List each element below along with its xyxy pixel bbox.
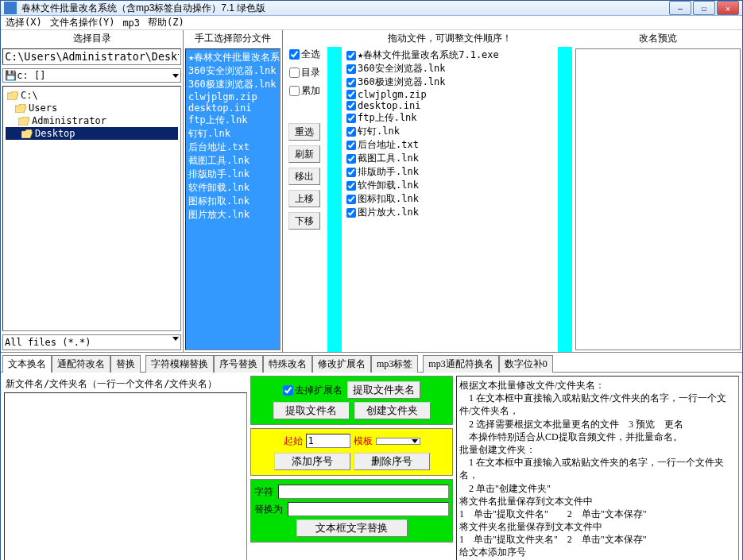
menu-filename[interactable]: 文件名操作(Y) xyxy=(50,16,115,29)
dir-header: 选择目录 xyxy=(1,30,183,47)
file-list-item[interactable]: 360安全浏览器.lnk xyxy=(188,64,278,78)
reselect-button[interactable]: 重选 xyxy=(288,123,320,141)
chevron-down-icon xyxy=(412,439,418,443)
move-up-button[interactable]: 上移 xyxy=(288,190,320,207)
drag-list-item[interactable]: 360安全浏览器.lnk xyxy=(346,62,553,75)
drag-list-item[interactable]: 钉钉.lnk xyxy=(346,125,553,138)
drag-list-item[interactable]: clwjplgm.zip xyxy=(346,89,553,100)
menu-mp3[interactable]: mp3 xyxy=(122,17,140,29)
folder-tree[interactable]: C:\ Users Administrator Desktop xyxy=(2,86,181,331)
chk-strip-ext[interactable]: 去掉扩展名 xyxy=(283,384,342,397)
file-list-item[interactable]: 图片放大.lnk xyxy=(188,208,278,222)
drag-item-checkbox[interactable] xyxy=(346,51,356,60)
chk-select-all[interactable]: 全选 xyxy=(289,48,320,61)
file-list-item[interactable]: ★春林文件批量改名系 xyxy=(188,51,278,64)
extract-file-button[interactable]: 提取文件名 xyxy=(273,402,350,419)
tab-replace[interactable]: 替换 xyxy=(110,355,141,373)
drag-item-checkbox[interactable] xyxy=(346,208,356,218)
tab-mp3[interactable]: mp3标签 xyxy=(371,355,418,373)
menu-select[interactable]: 选择(X) xyxy=(6,16,42,29)
file-list-item[interactable]: 360极速浏览器.lnk xyxy=(188,78,278,91)
tab-special[interactable]: 特殊改名 xyxy=(263,355,312,373)
drag-item-checkbox[interactable] xyxy=(346,78,356,87)
tab-text-rename[interactable]: 文本换名 xyxy=(2,355,52,373)
file-list-item[interactable]: 钉钉.lnk xyxy=(188,127,278,141)
template-label: 模板 xyxy=(354,434,373,448)
green-box-bottom: 字符 替换为 文本框文字替换 xyxy=(250,479,453,543)
create-folder-button[interactable]: 创建文件夹 xyxy=(354,402,431,419)
file-list-item[interactable]: 图标扣取.lnk xyxy=(188,195,278,208)
file-list-item[interactable]: desktop.ini xyxy=(188,102,278,114)
drag-list-item[interactable]: 360极速浏览器.lnk xyxy=(346,75,553,89)
start-spin[interactable]: 1 xyxy=(306,434,350,448)
move-out-button[interactable]: 移出 xyxy=(288,168,320,185)
tab-bar: 文本换名 通配符改名 替换 字符模糊替换 序号替换 特殊改名 修改扩展名 mp3… xyxy=(1,353,742,373)
tree-users[interactable]: Users xyxy=(6,102,178,114)
tab-digit-pad[interactable]: 数字位补0 xyxy=(499,355,553,373)
file-list-item[interactable]: clwjplgm.zip xyxy=(188,91,278,102)
drag-list-item[interactable]: 图片放大.lnk xyxy=(346,206,553,219)
drive-icon: 💾 xyxy=(5,70,17,81)
move-down-button[interactable]: 下移 xyxy=(288,212,320,230)
file-list-item[interactable]: 软件卸载.lnk xyxy=(188,181,278,195)
drag-list[interactable]: ★春林文件批量改名系统7.1.exe360安全浏览器.lnk360极速浏览器.l… xyxy=(345,47,555,352)
drag-list-item[interactable]: 软件卸载.lnk xyxy=(346,179,553,192)
app-icon xyxy=(4,2,17,14)
new-names-textarea[interactable] xyxy=(4,392,247,560)
file-list-item[interactable]: 截图工具.lnk xyxy=(188,154,278,168)
replace-input[interactable] xyxy=(288,502,449,516)
preview-area xyxy=(575,48,741,350)
drag-item-checkbox[interactable] xyxy=(346,114,356,123)
maximize-button[interactable]: ☐ xyxy=(693,1,715,15)
drag-item-checkbox[interactable] xyxy=(346,101,356,110)
file-list-item[interactable]: ftp上传.lnk xyxy=(188,114,278,127)
drag-item-checkbox[interactable] xyxy=(346,127,356,137)
cyan-bar-left xyxy=(327,47,342,352)
chk-dir[interactable]: 目录 xyxy=(289,66,320,79)
tab-fuzzy[interactable]: 字符模糊替换 xyxy=(145,355,214,373)
drag-list-item[interactable]: 截图工具.lnk xyxy=(346,152,553,165)
tree-desktop[interactable]: Desktop xyxy=(6,127,178,140)
refresh-button[interactable]: 刷新 xyxy=(288,145,320,163)
tab-seq[interactable]: 序号替换 xyxy=(214,355,263,373)
file-list[interactable]: ★春林文件批量改名系360安全浏览器.lnk360极速浏览器.lnkclwjpl… xyxy=(185,48,281,350)
folder-open-icon xyxy=(18,117,29,126)
drag-list-item[interactable]: ftp上传.lnk xyxy=(346,111,553,125)
drag-item-checkbox[interactable] xyxy=(346,64,356,74)
drag-list-item[interactable]: desktop.ini xyxy=(346,100,553,111)
add-seq-button[interactable]: 添加序号 xyxy=(274,453,350,470)
menubar: 选择(X) 文件名操作(Y) mp3 帮助(Z) xyxy=(1,16,742,30)
filter-combo[interactable]: All files (*.*) xyxy=(2,334,181,350)
tab-wildcard[interactable]: 通配符改名 xyxy=(52,355,110,373)
close-button[interactable]: ✕ xyxy=(717,1,739,15)
drag-item-checkbox[interactable] xyxy=(346,141,356,150)
drag-list-item[interactable]: ★春林文件批量改名系统7.1.exe xyxy=(346,48,553,62)
chk-accumulate[interactable]: 累加 xyxy=(289,84,320,98)
drag-item-checkbox[interactable] xyxy=(346,154,356,164)
drive-combo[interactable]: 💾 c: [] xyxy=(2,68,180,83)
menu-help[interactable]: 帮助(Z) xyxy=(148,16,184,29)
extract-folder-button[interactable]: 提取文件夹名 xyxy=(347,381,420,399)
drag-list-item[interactable]: 后台地址.txt xyxy=(346,138,553,152)
titlebar: 春林文件批量改名系统（含mp3标签自动操作）7.1 绿色版 — ☐ ✕ xyxy=(1,1,742,16)
drag-list-item[interactable]: 图标扣取.lnk xyxy=(346,192,553,206)
char-label: 字符 xyxy=(254,485,273,499)
tree-root[interactable]: C:\ xyxy=(6,89,178,102)
minimize-button[interactable]: — xyxy=(669,1,691,15)
drag-list-item[interactable]: 排版助手.lnk xyxy=(346,165,553,179)
text-replace-button[interactable]: 文本框文字替换 xyxy=(296,519,408,537)
drag-item-checkbox[interactable] xyxy=(346,195,356,204)
drag-item-checkbox[interactable] xyxy=(346,168,356,177)
del-seq-button[interactable]: 删除序号 xyxy=(354,453,430,470)
tab-ext[interactable]: 修改扩展名 xyxy=(312,355,371,373)
tree-admin[interactable]: Administrator xyxy=(6,114,178,127)
drag-item-checkbox[interactable] xyxy=(346,181,356,191)
drag-item-checkbox[interactable] xyxy=(346,90,356,99)
file-list-item[interactable]: 排版助手.lnk xyxy=(188,168,278,181)
template-combo[interactable] xyxy=(376,438,420,445)
file-list-item[interactable]: 后台地址.txt xyxy=(188,141,278,154)
tab-mp3-wildcard[interactable]: mp3通配符换名 xyxy=(423,355,498,373)
path-input[interactable] xyxy=(2,48,180,65)
char-input[interactable] xyxy=(278,485,449,499)
files-header: 手工选择部分文件 xyxy=(184,30,282,47)
